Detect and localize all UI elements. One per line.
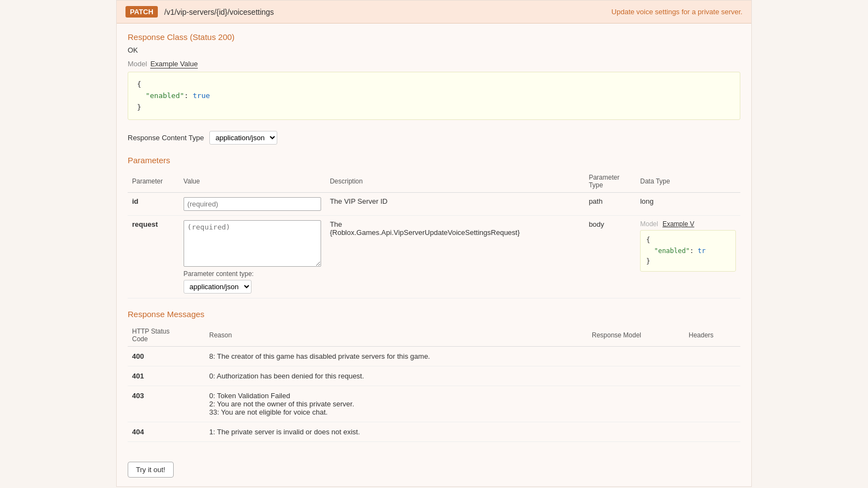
col-parameter: Parameter: [128, 170, 179, 193]
status-400: 400: [132, 352, 144, 360]
response-content-type-label: Response Content Type: [128, 134, 204, 142]
parameters-table: Parameter Value Description ParameterTyp…: [128, 170, 740, 298]
col-description: Description: [326, 170, 584, 193]
endpoint-path: /v1/vip-servers/{id}/voicesettings: [164, 8, 274, 16]
try-it-out-button[interactable]: Try it out!: [128, 462, 174, 478]
col-http-status: HTTP StatusCode: [128, 324, 205, 347]
param-type-id: path: [589, 197, 602, 205]
param-desc-id: The VIP Server ID: [330, 197, 387, 205]
status-403: 403: [132, 392, 144, 400]
parameters-section: Parameters Parameter Value Description P…: [128, 156, 740, 298]
col-param-type: ParameterType: [584, 170, 636, 193]
reason-403-line1: 0: Token Validation Failed: [209, 392, 290, 400]
col-response-model: Response Model: [587, 324, 684, 347]
param-desc-request: The{Roblox.Games.Api.VipServerUpdateVoic…: [330, 220, 520, 237]
col-data-type: Data Type: [636, 170, 740, 193]
table-row: 400 8: The creator of this game has disa…: [128, 347, 740, 366]
model-example-tabs-request: Model Example V: [640, 220, 736, 228]
param-input-id[interactable]: [184, 197, 321, 211]
param-content-type-container: Parameter content type: application/json…: [184, 270, 321, 294]
param-content-type-select[interactable]: application/json text/json text/xml appl…: [184, 280, 252, 294]
request-value-cell: Parameter content type: application/json…: [184, 220, 321, 294]
param-textarea-request[interactable]: [184, 220, 321, 267]
method-badge: PATCH: [125, 6, 158, 18]
endpoint-description: Update voice settings for a private serv…: [612, 8, 743, 16]
response-class-title: Response Class (Status 200): [128, 32, 740, 42]
status-ok: OK: [128, 46, 740, 54]
response-code-block: { "enabled": true }: [128, 72, 740, 120]
col-value: Value: [179, 170, 326, 193]
param-datatype-id: long: [640, 197, 654, 205]
param-content-type-label: Parameter content type:: [184, 270, 321, 278]
main-section: Response Class (Status 200) OK Model Exa…: [117, 24, 751, 486]
response-messages-title: Response Messages: [128, 309, 740, 319]
status-404: 404: [132, 428, 144, 436]
response-content-type-select[interactable]: application/json text/json text/xml appl…: [209, 131, 277, 145]
response-content-type-section: Response Content Type application/json t…: [128, 131, 740, 145]
reason-403-line2: 2: You are not the owner of this private…: [209, 400, 355, 408]
param-type-request: body: [589, 220, 604, 228]
table-row: 401 0: Authorization has been denied for…: [128, 366, 740, 386]
model-tab-request[interactable]: Model: [640, 220, 658, 228]
param-name-id: id: [132, 197, 139, 205]
reason-403-line3: 33: You are not eligible for voice chat.: [209, 408, 328, 416]
inline-code-request: { "enabled": tr }: [640, 230, 736, 272]
endpoint-left: PATCH /v1/vip-servers/{id}/voicesettings: [125, 6, 274, 18]
param-name-request: request: [132, 220, 158, 228]
reason-404: 1: The private server is invalid or does…: [209, 428, 360, 436]
col-reason: Reason: [205, 324, 587, 347]
reason-401: 0: Authorization has been denied for thi…: [209, 372, 364, 380]
table-row: id The VIP Server ID path long: [128, 193, 740, 216]
endpoint-header: PATCH /v1/vip-servers/{id}/voicesettings…: [117, 1, 751, 24]
reason-400: 8: The creator of this game has disabled…: [209, 352, 430, 360]
response-class-section: Response Class (Status 200) OK Model Exa…: [128, 32, 740, 120]
col-headers: Headers: [684, 324, 740, 347]
model-label: Model: [128, 60, 147, 68]
parameters-title: Parameters: [128, 156, 740, 165]
example-tab-request[interactable]: Example V: [663, 220, 694, 228]
status-401: 401: [132, 372, 144, 380]
table-row: request Parameter content type: applicat…: [128, 216, 740, 298]
response-messages-section: Response Messages HTTP StatusCode Reason…: [128, 309, 740, 442]
table-row: 403 0: Token Validation Failed 2: You ar…: [128, 386, 740, 422]
model-tabs: Model Example Value: [128, 60, 740, 68]
table-row: 404 1: The private server is invalid or …: [128, 422, 740, 442]
example-value-tab[interactable]: Example Value: [150, 60, 197, 68]
response-messages-table: HTTP StatusCode Reason Response Model He…: [128, 324, 740, 442]
